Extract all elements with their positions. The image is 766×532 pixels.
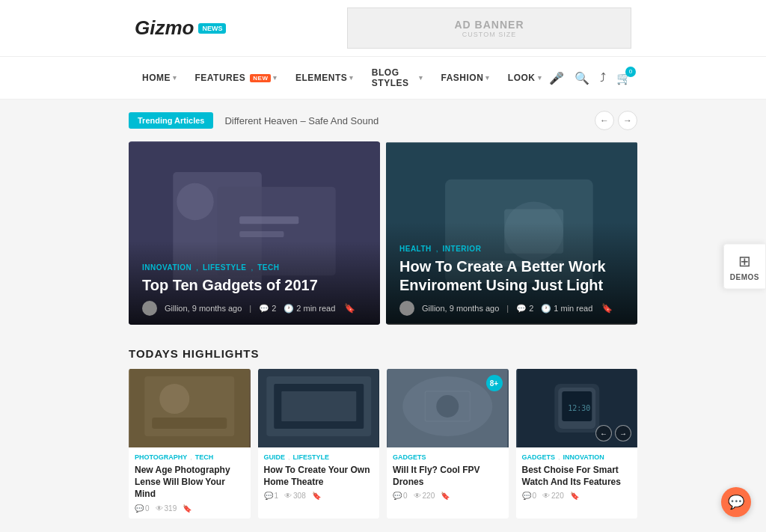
featured-card-1[interactable]: INNOVATION , LIFESTYLE , TECH Top Ten Ga…: [129, 141, 380, 325]
logo-badge: NEWS: [198, 23, 226, 34]
highlight-badge-3: 8+: [486, 375, 503, 391]
highlight-card-home-theatre[interactable]: GUIDE , LIFESTYLE How To Create Your Own…: [258, 369, 380, 519]
featured-card-overlay-1: INNOVATION , LIFESTYLE , TECH Top Ten Ga…: [129, 241, 380, 325]
avatar-1: [142, 301, 157, 316]
highlight-title-2: How To Create Your Own Home Theatre: [264, 464, 374, 488]
cart-count: 0: [625, 67, 636, 77]
featured-card-2[interactable]: HEALTH , INTERIOR How To Create A Better…: [386, 141, 637, 325]
trending-bar: Trending Articles Different Heaven – Saf…: [129, 111, 637, 130]
highlight-prev-button[interactable]: ←: [595, 425, 612, 441]
chat-button[interactable]: 💬: [721, 487, 751, 517]
features-badge: NEW: [250, 74, 271, 82]
meta-read-2: 🕐 1 min read: [541, 304, 592, 314]
ad-banner: AD BANNER CUSTOM SIZE: [347, 7, 631, 49]
nav-item-home[interactable]: HOME ▾: [135, 62, 185, 94]
chevron-icon: ▾: [485, 74, 490, 82]
svg-rect-5: [239, 231, 284, 237]
highlight-meta-4: 💬 0 👁 220 🔖: [522, 492, 632, 500]
svg-point-3: [177, 183, 213, 220]
demos-label: DEMOS: [730, 272, 759, 281]
highlight-title-4: Best Choise For Smart Watch And Its Feat…: [522, 464, 632, 488]
demos-panel[interactable]: ⊞ DEMOS: [723, 243, 766, 289]
demos-grid-icon: ⊞: [738, 251, 751, 269]
highlight-title-3: Will It Fly? Cool FPV Drones: [393, 464, 503, 488]
trending-text: Different Heaven – Safe And Sound: [224, 115, 379, 126]
svg-rect-15: [152, 418, 227, 429]
ad-banner-title: AD BANNER: [455, 19, 524, 31]
share-icon[interactable]: ⤴: [600, 71, 606, 85]
svg-rect-19: [281, 391, 356, 421]
highlight-meta-2: 💬 1 👁 308 🔖: [264, 492, 374, 500]
highlight-body-2: GUIDE , LIFESTYLE How To Create Your Own…: [258, 447, 380, 506]
header: Gizmo NEWS AD BANNER CUSTOM SIZE: [0, 0, 766, 57]
avatar-2: [399, 301, 414, 316]
comment-icon: 💬: [259, 304, 269, 314]
cat-innovation: INNOVATION: [142, 263, 192, 272]
meta-comments-2: 💬 2: [516, 304, 533, 314]
highlight-cats-1: PHOTOGRAPHY , TECH: [135, 453, 245, 461]
logo-text: Gizmo: [135, 16, 194, 40]
cat-interior: INTERIOR: [443, 245, 482, 253]
highlight-img-3: 8+: [387, 369, 509, 447]
cat-health: HEALTH: [399, 245, 432, 253]
cat-tech: TECH: [257, 263, 279, 272]
chevron-icon: ▾: [273, 74, 278, 82]
ad-banner-subtitle: CUSTOM SIZE: [462, 31, 516, 38]
nav-item-blog-styles[interactable]: BLOG STYLES ▾: [364, 57, 431, 99]
highlight-card-smart-watch[interactable]: 12:30 ← → GADGETS , INNOVATION: [516, 369, 638, 519]
featured-grid: INNOVATION , LIFESTYLE , TECH Top Ten Ga…: [129, 141, 637, 325]
comment-icon: 💬: [516, 304, 527, 314]
highlights-grid: PHOTOGRAPHY , TECH New Age Photography L…: [129, 369, 637, 519]
trending-nav: ← →: [595, 111, 637, 130]
nav-item-features[interactable]: FEATURES NEW ▾: [188, 62, 285, 94]
meta-author-2: Gillion, 9 months ago: [422, 304, 499, 313]
trending-next-button[interactable]: →: [618, 111, 637, 130]
highlight-card-photography[interactable]: PHOTOGRAPHY , TECH New Age Photography L…: [129, 369, 251, 519]
clock-icon: 🕐: [284, 304, 294, 314]
featured-card-title-2: How To Create A Better Work Enviroment U…: [399, 257, 624, 295]
chevron-icon: ▾: [419, 74, 423, 82]
highlight-next-button[interactable]: →: [615, 425, 631, 441]
bookmark-icon-1[interactable]: 🔖: [344, 303, 355, 314]
meta-comments-1: 💬 2: [259, 304, 276, 314]
mic-icon[interactable]: 🎤: [549, 71, 564, 85]
highlight-card-fpv-drones[interactable]: 8+ GADGETS Will It Fly? Cool FPV Drones …: [387, 369, 509, 519]
highlight-meta-3: 💬 0 👁 220 🔖: [393, 492, 503, 500]
main-content: Trending Articles Different Heaven – Saf…: [129, 100, 637, 532]
chevron-icon: ▾: [349, 74, 354, 82]
nav-icons: 🎤 🔍 ⤴ 🛒 0: [549, 71, 631, 85]
svg-rect-4: [239, 216, 298, 224]
highlights-title: TODAYS HIGHLIGHTS: [129, 347, 637, 360]
highlights-section: TODAYS HIGHLIGHTS PHOTOGRAPH: [129, 347, 637, 519]
meta-read-1: 🕐 2 min read: [284, 304, 335, 314]
highlight-body-3: GADGETS Will It Fly? Cool FPV Drones 💬 0…: [387, 447, 509, 506]
svg-point-22: [436, 395, 459, 418]
featured-card-overlay-2: HEALTH , INTERIOR How To Create A Better…: [386, 222, 637, 325]
highlight-body-4: GADGETS , INNOVATION Best Choise For Sma…: [516, 447, 638, 506]
logo[interactable]: Gizmo NEWS: [135, 16, 226, 40]
search-icon[interactable]: 🔍: [574, 71, 589, 85]
highlight-meta-1: 💬 0 👁 319 🔖: [135, 504, 245, 513]
highlight-img-4: 12:30 ← →: [516, 369, 638, 447]
highlight-nav-4: ← →: [595, 425, 631, 441]
nav-item-elements[interactable]: ELEMENTS ▾: [288, 62, 361, 94]
trending-label: Trending Articles: [129, 112, 213, 129]
nav-links: HOME ▾ FEATURES NEW ▾ ELEMENTS ▾ BLOG ST…: [135, 57, 549, 99]
chevron-icon: ▾: [538, 74, 542, 82]
meta-author-1: Gillion, 9 months ago: [165, 304, 242, 313]
nav-item-look[interactable]: LOOK ▾: [500, 62, 549, 94]
chevron-icon: ▾: [173, 74, 177, 82]
featured-card-meta-2: Gillion, 9 months ago | 💬 2 🕐 1 min read: [399, 301, 624, 316]
nav-item-fashion[interactable]: FASHION ▾: [433, 62, 497, 94]
bookmark-icon-2[interactable]: 🔖: [601, 303, 613, 314]
featured-card-categories-1: INNOVATION , LIFESTYLE , TECH: [142, 263, 367, 272]
highlight-cats-3: GADGETS: [393, 453, 503, 461]
cart-icon[interactable]: 🛒 0: [616, 71, 631, 85]
highlight-img-1: [129, 369, 251, 447]
clock-icon: 🕐: [541, 304, 551, 314]
highlight-img-2: [258, 369, 380, 447]
highlight-title-1: New Age Photography Lense Will Blow Your…: [135, 464, 245, 501]
svg-point-14: [159, 384, 189, 414]
highlight-cats-4: GADGETS , INNOVATION: [522, 453, 632, 461]
trending-prev-button[interactable]: ←: [595, 111, 614, 130]
